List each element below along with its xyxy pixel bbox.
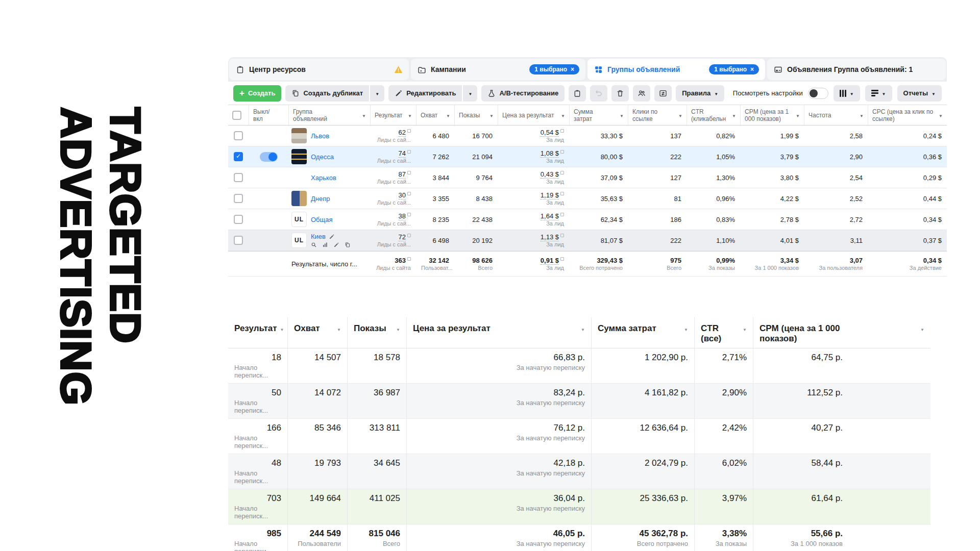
row-checkbox[interactable] (234, 173, 243, 182)
row-checkbox[interactable] (234, 194, 243, 203)
sort-caret-icon[interactable] (581, 323, 585, 334)
poster-line-2: ADVERTISING (51, 107, 101, 446)
poster-line-1: TARGETED (101, 107, 150, 446)
table-header-row: Выкл/вкл Группа объявлений Результат Охв… (228, 105, 947, 126)
rules-button[interactable]: Правила (676, 85, 724, 102)
sort-caret-icon[interactable] (408, 112, 412, 119)
tab-campaigns[interactable]: Кампании 1 выбрано × (411, 59, 585, 80)
table-row: UL Общая 38Лиды с сай... 8 235 22 438 1,… (228, 209, 947, 230)
undo-button[interactable] (590, 85, 607, 102)
sort-caret-icon[interactable] (920, 323, 924, 334)
sort-caret-icon[interactable] (732, 112, 736, 119)
ab-test-button[interactable]: A/B-тестирование (481, 85, 565, 102)
swap-button[interactable] (654, 85, 672, 102)
adset-thumbnail (291, 191, 307, 206)
create-button[interactable]: Создать (233, 85, 281, 102)
badge-close-icon[interactable]: × (571, 66, 574, 72)
toggle-knob (268, 153, 277, 161)
duplicate-button[interactable]: Создать дубликат (285, 85, 369, 102)
columns-button[interactable] (834, 85, 860, 102)
sort-caret-icon[interactable] (939, 112, 943, 119)
sort-caret-icon[interactable] (489, 112, 494, 119)
toggle-knob (810, 89, 818, 97)
sort-caret-icon[interactable] (620, 112, 624, 119)
delete-button[interactable] (611, 85, 629, 102)
pencil-icon (395, 89, 403, 97)
table-row: Львов 62Лиды с сай... 6 480 16 700 0,54 … (228, 126, 947, 146)
chevron-down-icon (468, 89, 472, 97)
sort-caret-icon[interactable] (396, 323, 400, 334)
row-checkbox-checked[interactable] (234, 152, 243, 161)
adset-thumbnail: UL (291, 212, 307, 227)
sort-caret-icon[interactable] (743, 323, 747, 334)
level-tabs: Центр ресурсов Кампании 1 выбрано × Груп… (228, 57, 947, 82)
table-row: Харьков 87Лиды с сай... 3 844 9 764 0,43… (228, 167, 947, 188)
metrics-table: Результат Охват Показы Цена за результат… (228, 317, 930, 551)
select-all-checkbox[interactable] (232, 111, 241, 120)
chevron-down-icon (882, 89, 886, 97)
adset-name-link[interactable]: Львов (311, 132, 329, 140)
undo-icon (595, 89, 603, 97)
view-charts-icon[interactable] (311, 242, 317, 248)
reports-button[interactable]: Отчеты (897, 85, 942, 102)
table-row-highlighted: 703Начало переписк... 149 664 411 025 36… (228, 489, 930, 524)
breakdown-button[interactable] (865, 85, 892, 102)
edit-icon[interactable] (333, 242, 339, 248)
adset-thumbnail-empty (291, 170, 307, 185)
sort-caret-icon[interactable] (561, 112, 565, 119)
table-row-hovered: UL Киев 72Лиды с сай... 6 498 20 192 (228, 230, 947, 251)
adsets-table: Выкл/вкл Группа объявлений Результат Охв… (228, 105, 947, 277)
tab-label: Группы объявлений (607, 65, 680, 73)
bar-chart-icon[interactable] (322, 242, 328, 248)
adset-name-link[interactable]: Одесса (311, 153, 334, 161)
attribution-icon (407, 150, 411, 154)
row-checkbox[interactable] (234, 236, 243, 245)
selected-count-badge[interactable]: 1 выбрано × (529, 64, 579, 74)
totals-label: Результаты, число г... (288, 258, 370, 270)
row-checkbox[interactable] (234, 131, 243, 140)
tab-ads[interactable]: Объявления Группа объявлений: 1 (767, 59, 946, 80)
tab-resource-center[interactable]: Центр ресурсов (229, 59, 409, 80)
attribution-icon (560, 257, 564, 261)
duplicate-dropdown-button[interactable] (370, 85, 384, 102)
view-settings-toggle[interactable] (808, 88, 828, 99)
sort-caret-icon[interactable] (362, 112, 366, 119)
clipboard-icon (573, 89, 581, 97)
row-checkbox[interactable] (234, 215, 243, 224)
adset-name-link[interactable]: Киев (311, 233, 326, 240)
edit-button[interactable]: Редактировать (388, 85, 462, 102)
table-row-selected: Одесса 74Лиды с сай... 7 262 21 094 1,08… (228, 146, 947, 167)
adset-name-link[interactable]: Общая (311, 216, 333, 223)
edit-name-pencil-icon[interactable] (329, 234, 335, 240)
edit-dropdown-button[interactable] (463, 85, 477, 102)
table-header-row: Результат Охват Показы Цена за результат… (228, 317, 930, 348)
paste-button[interactable] (569, 85, 586, 102)
tab-label: Объявления Группа объявлений: 1 (787, 65, 913, 73)
sort-caret-icon[interactable] (280, 323, 284, 334)
sort-caret-icon[interactable] (860, 112, 864, 119)
adset-name-link[interactable]: Днепр (311, 195, 330, 203)
sort-caret-icon[interactable] (446, 112, 450, 119)
tab-label: Центр ресурсов (249, 65, 306, 73)
badge-close-icon[interactable]: × (750, 66, 754, 72)
attribution-icon (560, 192, 564, 195)
people-icon (638, 89, 646, 97)
duplicate-icon[interactable] (345, 242, 351, 248)
poster-vertical-text: TARGETED ADVERTISING (51, 107, 150, 446)
sort-caret-icon[interactable] (337, 323, 341, 334)
tab-adsets[interactable]: Группы объявлений 1 выбрано × (587, 59, 765, 80)
attribution-icon (407, 129, 411, 133)
adset-active-toggle[interactable] (260, 152, 278, 162)
adset-name-link[interactable]: Харьков (311, 174, 336, 182)
sort-caret-icon[interactable] (678, 112, 682, 119)
audience-button[interactable] (633, 85, 650, 102)
sort-caret-icon[interactable] (796, 112, 800, 119)
chevron-down-icon (714, 89, 718, 97)
table-row: 48Начало переписк... 19 793 34 645 42,18… (228, 454, 930, 489)
trash-icon (616, 89, 624, 97)
flask-icon (487, 89, 496, 97)
adset-thumbnail (291, 128, 307, 143)
selected-count-badge[interactable]: 1 выбрано × (709, 64, 759, 74)
attribution-icon (560, 150, 564, 154)
sort-caret-icon[interactable] (684, 323, 688, 334)
